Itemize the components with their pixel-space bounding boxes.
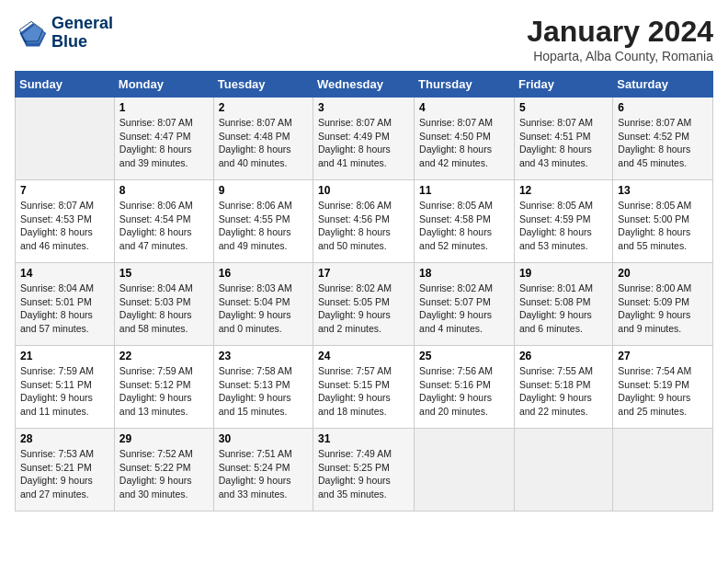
day-cell: 10Sunrise: 8:06 AMSunset: 4:56 PMDayligh… — [313, 180, 415, 263]
week-row-1: 1Sunrise: 8:07 AMSunset: 4:47 PMDaylight… — [16, 98, 713, 180]
day-info: Sunrise: 8:05 AMSunset: 4:59 PMDaylight:… — [519, 199, 608, 253]
header-wednesday: Wednesday — [313, 72, 415, 98]
day-info: Sunrise: 7:51 AMSunset: 5:24 PMDaylight:… — [219, 447, 308, 501]
day-info: Sunrise: 8:02 AMSunset: 5:05 PMDaylight:… — [318, 282, 409, 336]
day-cell: 13Sunrise: 8:05 AMSunset: 5:00 PMDayligh… — [613, 180, 713, 263]
day-info: Sunrise: 8:07 AMSunset: 4:51 PMDaylight:… — [519, 116, 608, 170]
day-number: 9 — [219, 184, 308, 197]
day-cell: 7Sunrise: 8:07 AMSunset: 4:53 PMDaylight… — [16, 180, 115, 263]
day-number: 10 — [318, 184, 409, 197]
day-cell: 8Sunrise: 8:06 AMSunset: 4:54 PMDaylight… — [114, 180, 213, 263]
day-cell: 2Sunrise: 8:07 AMSunset: 4:48 PMDaylight… — [213, 98, 313, 180]
day-number: 23 — [219, 350, 308, 362]
day-cell: 15Sunrise: 8:04 AMSunset: 5:03 PMDayligh… — [114, 263, 213, 346]
day-cell — [514, 429, 612, 511]
day-cell: 20Sunrise: 8:00 AMSunset: 5:09 PMDayligh… — [613, 263, 713, 346]
day-number: 15 — [119, 267, 209, 280]
week-row-3: 14Sunrise: 8:04 AMSunset: 5:01 PMDayligh… — [16, 263, 713, 346]
day-info: Sunrise: 8:07 AMSunset: 4:50 PMDaylight:… — [419, 116, 509, 170]
day-info: Sunrise: 8:04 AMSunset: 5:03 PMDaylight:… — [119, 282, 209, 336]
week-row-2: 7Sunrise: 8:07 AMSunset: 4:53 PMDaylight… — [16, 180, 713, 263]
day-number: 31 — [318, 432, 409, 445]
day-info: Sunrise: 7:56 AMSunset: 5:16 PMDaylight:… — [419, 364, 509, 419]
day-cell: 11Sunrise: 8:05 AMSunset: 4:58 PMDayligh… — [415, 180, 515, 263]
day-cell: 3Sunrise: 8:07 AMSunset: 4:49 PMDaylight… — [313, 98, 415, 180]
day-number: 25 — [419, 350, 509, 362]
day-cell: 22Sunrise: 7:59 AMSunset: 5:12 PMDayligh… — [114, 346, 213, 429]
day-number: 4 — [419, 101, 509, 114]
day-number: 22 — [119, 350, 209, 362]
day-cell: 25Sunrise: 7:56 AMSunset: 5:16 PMDayligh… — [415, 346, 515, 429]
header-monday: Monday — [114, 72, 213, 98]
header-friday: Friday — [514, 72, 612, 98]
day-cell — [16, 98, 115, 180]
day-info: Sunrise: 7:49 AMSunset: 5:25 PMDaylight:… — [318, 447, 409, 501]
day-number: 1 — [119, 101, 209, 114]
day-cell: 24Sunrise: 7:57 AMSunset: 5:15 PMDayligh… — [313, 346, 415, 429]
day-info: Sunrise: 8:03 AMSunset: 5:04 PMDaylight:… — [219, 282, 308, 336]
day-cell — [415, 429, 515, 511]
day-info: Sunrise: 7:57 AMSunset: 5:15 PMDaylight:… — [318, 364, 409, 419]
day-number: 26 — [519, 350, 608, 362]
day-cell: 26Sunrise: 7:55 AMSunset: 5:18 PMDayligh… — [514, 346, 612, 429]
week-row-5: 28Sunrise: 7:53 AMSunset: 5:21 PMDayligh… — [16, 429, 713, 511]
calendar-subtitle: Hoparta, Alba County, Romania — [527, 49, 713, 63]
day-info: Sunrise: 8:07 AMSunset: 4:49 PMDaylight:… — [318, 116, 409, 170]
calendar-title: January 2024 — [527, 15, 713, 49]
day-cell: 14Sunrise: 8:04 AMSunset: 5:01 PMDayligh… — [16, 263, 115, 346]
logo-text: General Blue — [51, 15, 113, 52]
day-cell: 17Sunrise: 8:02 AMSunset: 5:05 PMDayligh… — [313, 263, 415, 346]
day-number: 24 — [318, 350, 409, 362]
day-info: Sunrise: 8:06 AMSunset: 4:55 PMDaylight:… — [219, 199, 308, 253]
day-info: Sunrise: 8:04 AMSunset: 5:01 PMDaylight:… — [20, 282, 109, 336]
day-info: Sunrise: 7:59 AMSunset: 5:12 PMDaylight:… — [119, 364, 209, 419]
day-number: 18 — [419, 267, 509, 280]
day-info: Sunrise: 7:52 AMSunset: 5:22 PMDaylight:… — [119, 447, 209, 501]
week-row-4: 21Sunrise: 7:59 AMSunset: 5:11 PMDayligh… — [16, 346, 713, 429]
day-number: 29 — [119, 432, 209, 445]
logo: General Blue — [15, 15, 113, 52]
day-info: Sunrise: 7:53 AMSunset: 5:21 PMDaylight:… — [20, 447, 109, 501]
day-cell: 23Sunrise: 7:58 AMSunset: 5:13 PMDayligh… — [213, 346, 313, 429]
day-cell: 4Sunrise: 8:07 AMSunset: 4:50 PMDaylight… — [415, 98, 515, 180]
day-info: Sunrise: 7:54 AMSunset: 5:19 PMDaylight:… — [618, 364, 708, 419]
day-info: Sunrise: 8:05 AMSunset: 4:58 PMDaylight:… — [419, 199, 509, 253]
day-info: Sunrise: 8:05 AMSunset: 5:00 PMDaylight:… — [618, 199, 708, 253]
day-info: Sunrise: 8:00 AMSunset: 5:09 PMDaylight:… — [618, 282, 708, 336]
day-info: Sunrise: 8:07 AMSunset: 4:48 PMDaylight:… — [219, 116, 308, 170]
day-cell: 19Sunrise: 8:01 AMSunset: 5:08 PMDayligh… — [514, 263, 612, 346]
day-cell: 28Sunrise: 7:53 AMSunset: 5:21 PMDayligh… — [16, 429, 115, 511]
day-cell: 6Sunrise: 8:07 AMSunset: 4:52 PMDaylight… — [613, 98, 713, 180]
day-number: 5 — [519, 101, 608, 114]
day-info: Sunrise: 7:59 AMSunset: 5:11 PMDaylight:… — [20, 364, 109, 419]
day-cell: 16Sunrise: 8:03 AMSunset: 5:04 PMDayligh… — [213, 263, 313, 346]
day-cell: 31Sunrise: 7:49 AMSunset: 5:25 PMDayligh… — [313, 429, 415, 511]
day-info: Sunrise: 7:55 AMSunset: 5:18 PMDaylight:… — [519, 364, 608, 419]
day-info: Sunrise: 8:07 AMSunset: 4:52 PMDaylight:… — [618, 116, 708, 170]
day-info: Sunrise: 8:02 AMSunset: 5:07 PMDaylight:… — [419, 282, 509, 336]
day-info: Sunrise: 8:07 AMSunset: 4:47 PMDaylight:… — [119, 116, 209, 170]
header: General Blue January 2024 Hoparta, Alba … — [15, 15, 713, 63]
day-number: 7 — [20, 184, 109, 197]
day-cell — [613, 429, 713, 511]
day-number: 28 — [20, 432, 109, 445]
header-saturday: Saturday — [613, 72, 713, 98]
logo-icon — [15, 17, 48, 50]
day-number: 20 — [618, 267, 708, 280]
header-sunday: Sunday — [16, 72, 115, 98]
day-number: 11 — [419, 184, 509, 197]
day-info: Sunrise: 8:06 AMSunset: 4:54 PMDaylight:… — [119, 199, 209, 253]
day-info: Sunrise: 8:01 AMSunset: 5:08 PMDaylight:… — [519, 282, 608, 336]
calendar-table: SundayMondayTuesdayWednesdayThursdayFrid… — [15, 71, 713, 511]
day-cell: 12Sunrise: 8:05 AMSunset: 4:59 PMDayligh… — [514, 180, 612, 263]
day-number: 30 — [219, 432, 308, 445]
day-cell: 29Sunrise: 7:52 AMSunset: 5:22 PMDayligh… — [114, 429, 213, 511]
day-number: 21 — [20, 350, 109, 362]
day-cell: 21Sunrise: 7:59 AMSunset: 5:11 PMDayligh… — [16, 346, 115, 429]
day-number: 19 — [519, 267, 608, 280]
day-number: 16 — [219, 267, 308, 280]
day-number: 3 — [318, 101, 409, 114]
day-cell: 30Sunrise: 7:51 AMSunset: 5:24 PMDayligh… — [213, 429, 313, 511]
day-number: 8 — [119, 184, 209, 197]
title-section: January 2024 Hoparta, Alba County, Roman… — [527, 15, 713, 63]
